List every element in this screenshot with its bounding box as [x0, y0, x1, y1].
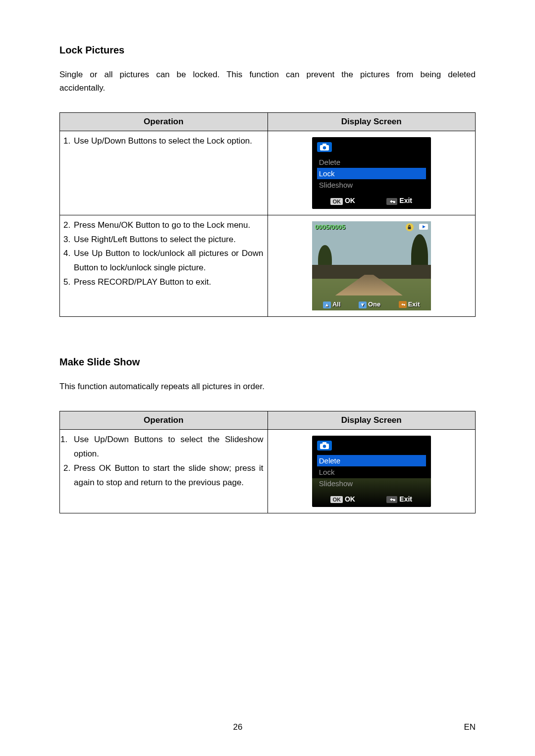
ok-chip-icon: OK	[330, 496, 343, 503]
footer-ok[interactable]: OKOK	[330, 495, 355, 503]
return-icon	[386, 496, 397, 503]
lock-icon	[406, 223, 414, 231]
menu-item-slideshow[interactable]: Slideshow	[317, 478, 426, 489]
col-header-display: Display Screen	[268, 411, 476, 429]
svg-rect-3	[408, 227, 411, 229]
menu-item-delete[interactable]: Delete	[317, 455, 426, 466]
operation-steps: Use Up/Down Buttons to select the Lock o…	[64, 134, 264, 149]
svg-point-8	[323, 445, 326, 448]
up-icon: ▲	[323, 302, 331, 308]
display-screen-cell: Delete Lock Slideshow OKOK Exit	[268, 429, 476, 513]
col-header-display: Display Screen	[268, 113, 476, 131]
section-intro-slideshow: This function automatically repeats all …	[59, 380, 476, 393]
svg-point-2	[323, 147, 326, 150]
play-icon	[419, 224, 428, 230]
step: Use Up/Down Buttons to select the Lock o…	[73, 134, 264, 149]
step: Press Menu/OK Button to go to the Lock m…	[73, 218, 264, 233]
return-icon	[386, 198, 397, 205]
footer-exit[interactable]: Exit	[386, 197, 412, 204]
camera-photo-screen: 0005/0005 ▲All ▼On	[312, 221, 431, 310]
footer-exit[interactable]: Exit	[386, 495, 412, 503]
menu-item-lock[interactable]: Lock	[317, 466, 426, 478]
camera-menu-screen: Delete Lock Slideshow OKOK Exit	[312, 137, 431, 208]
footer-all[interactable]: ▲All	[323, 301, 341, 308]
menu-item-lock[interactable]: Lock	[317, 168, 426, 179]
ok-chip-icon: OK	[330, 198, 343, 205]
table-row: Use Up/Down Buttons to select the Lock o…	[60, 131, 268, 215]
svg-rect-1	[322, 144, 326, 146]
camera-icon	[317, 142, 332, 152]
footer-exit[interactable]: Exit	[399, 301, 420, 308]
lock-table: Operation Display Screen Use Up/Down But…	[59, 112, 476, 316]
camera-menu-list: Delete Lock Slideshow	[312, 454, 431, 492]
down-icon: ▼	[359, 302, 367, 308]
page-footer: 26 EN	[0, 722, 535, 732]
camera-icon	[317, 441, 332, 451]
step: Use Up Button to lock/unlock all picture…	[73, 247, 264, 275]
camera-menu-screen: Delete Lock Slideshow OKOK Exit	[312, 436, 431, 507]
section-title-lock: Lock Pictures	[59, 45, 476, 56]
col-header-operation: Operation	[60, 411, 268, 429]
table-row: Press Menu/OK Button to go to the Lock m…	[60, 215, 268, 316]
step: Use Up/Down Buttons to select the Slides…	[73, 433, 264, 461]
svg-rect-7	[322, 442, 326, 444]
display-screen-cell: 0005/0005 ▲All ▼On	[268, 215, 476, 316]
display-screen-cell: Delete Lock Slideshow OKOK Exit	[268, 131, 476, 215]
menu-item-slideshow[interactable]: Slideshow	[317, 179, 426, 191]
step: Press RECORD/PLAY Button to exit.	[73, 275, 264, 290]
operation-steps: Press Menu/OK Button to go to the Lock m…	[64, 218, 264, 290]
section-title-slideshow: Make Slide Show	[59, 356, 476, 368]
footer-one[interactable]: ▼One	[359, 301, 380, 308]
photo-counter: 0005/0005	[315, 223, 345, 231]
step: Press OK Button to start the slide show;…	[73, 461, 264, 490]
document-page: Lock Pictures Single or all pictures can…	[0, 0, 535, 756]
camera-menu-list: Delete Lock Slideshow	[312, 155, 431, 194]
footer-ok[interactable]: OKOK	[330, 197, 355, 204]
menu-item-delete[interactable]: Delete	[317, 156, 426, 168]
page-language: EN	[464, 722, 476, 732]
return-icon	[399, 301, 407, 308]
col-header-operation: Operation	[60, 113, 268, 131]
table-row: Use Up/Down Buttons to select the Slides…	[60, 429, 268, 513]
operation-steps: Use Up/Down Buttons to select the Slides…	[64, 433, 264, 490]
page-number: 26	[0, 722, 476, 732]
step: Use Right/Left Buttons to select the pic…	[73, 233, 264, 247]
slideshow-table: Operation Display Screen Use Up/Down But…	[59, 411, 476, 513]
section-intro-lock: Single or all pictures can be locked. Th…	[59, 68, 476, 95]
